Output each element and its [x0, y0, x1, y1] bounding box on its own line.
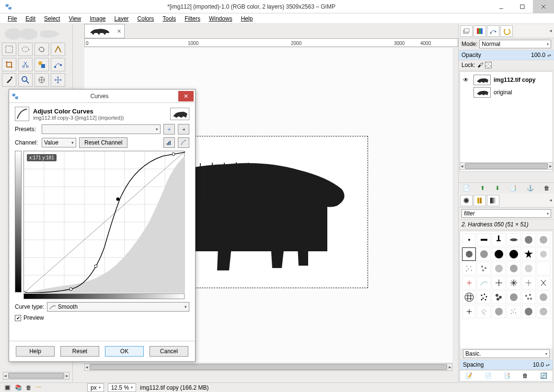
- svg-rect-30: [480, 198, 482, 203]
- status-layers-icon[interactable]: 📚: [15, 384, 22, 391]
- unit-combo[interactable]: px▾: [87, 383, 104, 392]
- layer-name[interactable]: img112.tif copy: [494, 77, 535, 83]
- refresh-brush-icon[interactable]: 🔄: [540, 372, 547, 379]
- histogram-linear-button[interactable]: [163, 137, 175, 148]
- brush-tab-1[interactable]: [460, 195, 473, 206]
- tool-color-picker[interactable]: [2, 73, 16, 87]
- menu-select[interactable]: Select: [40, 14, 64, 23]
- panel-menu-icon[interactable]: ◄: [549, 29, 553, 33]
- reset-channel-button[interactable]: Reset Channel: [79, 137, 127, 148]
- svg-line-92: [482, 313, 485, 315]
- visibility-icon[interactable]: 👁: [463, 77, 471, 83]
- svg-point-36: [510, 238, 518, 241]
- tool-zoom[interactable]: [18, 73, 33, 87]
- minimize-button[interactable]: [491, 0, 512, 13]
- tab-layers-icon[interactable]: [460, 25, 473, 37]
- reset-button[interactable]: Reset: [60, 346, 99, 357]
- toolbox-scroll-left[interactable]: ◄: [3, 374, 7, 378]
- new-layer-icon[interactable]: 📄: [463, 185, 470, 191]
- output-gradient: [15, 151, 22, 292]
- menu-filters[interactable]: Filters: [181, 14, 204, 23]
- dialog-close-button[interactable]: ✕: [178, 91, 194, 101]
- svg-point-28: [464, 198, 469, 203]
- tool-rect-select[interactable]: [2, 43, 16, 56]
- brush-tab-3[interactable]: [487, 195, 499, 206]
- dialog-subheading: img112.tif copy-3 ([img112] (imported)): [33, 115, 124, 121]
- menu-tools[interactable]: Tools: [159, 14, 180, 23]
- tool-measure[interactable]: [35, 73, 49, 87]
- status-path-icon[interactable]: 〰: [35, 384, 41, 391]
- svg-point-120: [69, 288, 72, 291]
- tool-paths[interactable]: [51, 58, 65, 71]
- lower-layer-icon[interactable]: ⬇: [495, 185, 500, 191]
- svg-point-87: [540, 293, 547, 301]
- delete-brush-icon[interactable]: 🗑: [522, 372, 528, 379]
- brush-grid[interactable]: [460, 231, 553, 348]
- curve-editor[interactable]: x:171 y:181: [23, 151, 185, 292]
- status-trash-icon[interactable]: 🗑: [26, 384, 32, 391]
- tab-undo-icon[interactable]: [500, 25, 513, 37]
- menu-layer[interactable]: Layer: [111, 14, 133, 23]
- svg-point-84: [529, 294, 531, 296]
- tool-foreground-select[interactable]: [35, 58, 49, 71]
- spacing-value[interactable]: 10.0: [533, 361, 544, 368]
- tool-scissors[interactable]: [18, 58, 33, 71]
- image-tab[interactable]: ✕: [84, 24, 125, 38]
- status-swatch-icon[interactable]: 🔳: [4, 384, 11, 391]
- tool-free-select[interactable]: [35, 43, 49, 56]
- opacity-value[interactable]: 100.0: [531, 52, 545, 58]
- tab-close-icon[interactable]: ✕: [117, 28, 121, 34]
- duplicate-brush-icon[interactable]: 📑: [503, 372, 510, 379]
- menu-colors[interactable]: Colors: [134, 14, 158, 23]
- mode-combo[interactable]: Normal▾: [479, 40, 551, 48]
- svg-point-68: [465, 293, 473, 302]
- zoom-combo[interactable]: 12.5 %▾: [108, 383, 136, 392]
- channel-combo[interactable]: Value▾: [42, 138, 76, 147]
- preview-checkbox[interactable]: ✔ Preview: [15, 314, 44, 321]
- anchor-layer-icon[interactable]: ⚓: [527, 185, 534, 191]
- new-brush-icon[interactable]: 📄: [485, 372, 492, 379]
- toolbox-scroll-right[interactable]: ►: [65, 374, 69, 378]
- lock-alpha-icon[interactable]: [485, 62, 492, 68]
- duplicate-layer-icon[interactable]: 📑: [509, 185, 517, 191]
- curve-type-combo[interactable]: Smooth ▾: [47, 302, 189, 312]
- raise-layer-icon[interactable]: ⬆: [480, 185, 485, 191]
- menu-view[interactable]: View: [65, 14, 85, 23]
- menu-help[interactable]: Help: [237, 14, 257, 23]
- tab-channels-icon[interactable]: [473, 25, 486, 37]
- svg-rect-31: [490, 198, 496, 203]
- close-button[interactable]: [533, 0, 554, 13]
- add-preset-button[interactable]: ＋: [163, 124, 175, 134]
- layer-row[interactable]: original: [462, 86, 551, 99]
- layer-row[interactable]: 👁 img112.tif copy: [462, 74, 551, 86]
- tool-ellipse-select[interactable]: [18, 43, 33, 56]
- help-button[interactable]: Help: [16, 346, 55, 357]
- layer-name[interactable]: original: [494, 89, 512, 96]
- tab-paths-icon[interactable]: [487, 25, 499, 37]
- edit-brush-icon[interactable]: 📝: [465, 372, 473, 379]
- brush-panel-menu-icon[interactable]: ◄: [549, 198, 553, 202]
- tool-move[interactable]: [51, 73, 65, 87]
- presets-combo[interactable]: ▾: [42, 124, 161, 134]
- toolbox-scroll-thumb[interactable]: [8, 373, 64, 379]
- svg-point-94: [511, 310, 512, 311]
- menu-edit[interactable]: Edit: [22, 14, 39, 23]
- canvas-scroll-h[interactable]: ◄►: [84, 363, 452, 371]
- cancel-button[interactable]: Cancel: [150, 346, 188, 357]
- svg-rect-101: [167, 143, 168, 145]
- ok-button[interactable]: OK: [105, 346, 144, 357]
- brush-tab-2[interactable]: [473, 195, 486, 206]
- delete-layer-icon[interactable]: 🗑: [544, 185, 550, 191]
- brush-preset-combo[interactable]: Basic.▾: [463, 349, 550, 358]
- tool-crop[interactable]: [2, 58, 16, 71]
- lock-paint-icon[interactable]: 🖌: [477, 62, 483, 68]
- tool-fuzzy-select[interactable]: [51, 43, 65, 56]
- maximize-button[interactable]: [512, 0, 533, 13]
- menu-image[interactable]: Image: [86, 14, 109, 23]
- histogram-log-button[interactable]: [178, 137, 189, 148]
- svg-rect-6: [6, 46, 12, 53]
- brush-filter[interactable]: filter▾: [462, 209, 551, 218]
- preset-menu-button[interactable]: ◄: [178, 124, 189, 134]
- menu-file[interactable]: File: [4, 14, 21, 23]
- menu-windows[interactable]: Windows: [205, 14, 236, 23]
